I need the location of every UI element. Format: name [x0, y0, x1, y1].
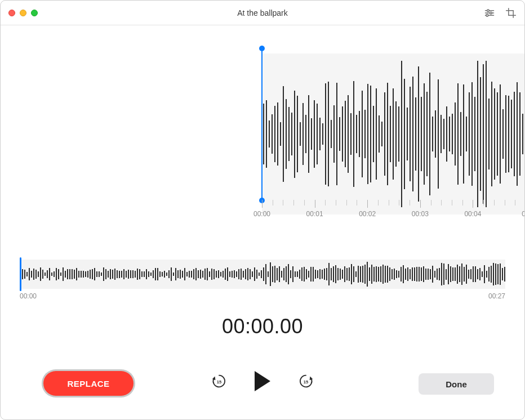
- playhead[interactable]: [261, 49, 262, 200]
- ruler-label: 00: [522, 210, 525, 218]
- skip-forward-seconds-label: 15: [304, 379, 308, 385]
- overview-playhead[interactable]: [20, 257, 21, 291]
- overview-waveform-area: 00:00 00:27: [20, 253, 505, 309]
- main-waveform-area: 00:0000:0100:0200:0300:0400: [1, 25, 524, 226]
- trim-crop-icon[interactable]: [505, 7, 517, 19]
- ruler-label: 00:03: [412, 210, 429, 218]
- titlebar-right: [484, 7, 517, 19]
- skip-back-15-button[interactable]: 15: [210, 372, 229, 391]
- window-title: At the ballpark: [1, 8, 524, 17]
- overview-waveform-bars: [20, 260, 505, 289]
- close-window-button[interactable]: [8, 10, 15, 16]
- ruler-label: 00:04: [464, 210, 481, 218]
- fullscreen-window-button[interactable]: [31, 10, 38, 16]
- overview-end-time: 00:27: [488, 292, 505, 300]
- svg-point-3: [490, 12, 492, 14]
- time-counter: 00:00.00: [1, 315, 524, 338]
- done-button[interactable]: Done: [419, 373, 494, 395]
- svg-marker-7: [255, 371, 270, 391]
- svg-point-5: [486, 14, 488, 16]
- skip-forward-15-button[interactable]: 15: [296, 372, 315, 391]
- ruler-labels: 00:0000:0100:0200:0300:0400: [262, 210, 524, 221]
- minimize-window-button[interactable]: [20, 10, 26, 16]
- settings-sliders-icon[interactable]: [484, 7, 495, 19]
- main-waveform-canvas[interactable]: [1, 53, 524, 215]
- ruler-label: 00:00: [253, 210, 270, 218]
- overview-time-labels: 00:00 00:27: [20, 292, 505, 300]
- controls-bar: REPLACE 15 15 Done: [1, 365, 524, 405]
- ruler-ticks: [262, 200, 524, 209]
- ruler-label: 00:01: [306, 210, 323, 218]
- time-ruler: 00:0000:0100:0200:0300:0400: [1, 200, 524, 226]
- waveform-bars: [263, 53, 524, 215]
- skip-back-seconds-label: 15: [217, 379, 221, 385]
- svg-point-1: [487, 10, 490, 12]
- play-button[interactable]: [251, 369, 274, 394]
- window-controls: [8, 10, 38, 16]
- svg-marker-6: [212, 377, 216, 381]
- svg-marker-8: [310, 377, 313, 381]
- replace-button[interactable]: REPLACE: [43, 371, 134, 396]
- ruler-label: 00:02: [359, 210, 376, 218]
- overview-start-time: 00:00: [20, 292, 37, 300]
- overview-track[interactable]: [20, 260, 505, 289]
- transport-controls: 15 15: [210, 369, 315, 394]
- titlebar: At the ballpark: [1, 1, 524, 25]
